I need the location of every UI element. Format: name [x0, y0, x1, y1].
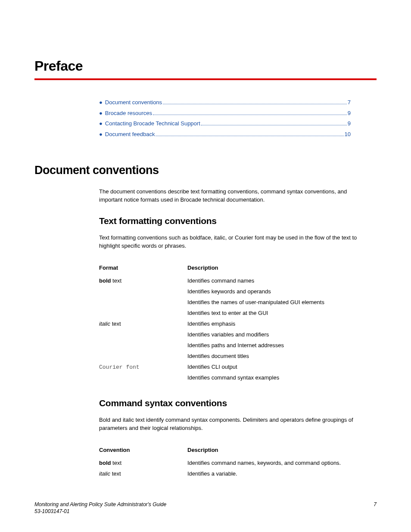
- description-line: Identifies command syntax examples: [187, 374, 368, 381]
- command-syntax-table: Convention Description bold textIdentifi…: [99, 445, 368, 479]
- doc-conventions-heading: Document conventions: [34, 164, 377, 177]
- table-row: italic textIdentifies emphasisIdentifies…: [99, 318, 368, 361]
- page-footer: Monitoring and Alerting Policy Suite Adm…: [34, 501, 377, 515]
- toc-leader: [153, 115, 347, 115]
- page-title: Preface: [34, 58, 377, 74]
- command-syntax-heading: Command syntax conventions: [99, 398, 368, 408]
- toc-leader: [156, 136, 343, 136]
- table-header: Convention: [99, 445, 187, 457]
- toc-label: Contacting Brocade Technical Support: [105, 118, 200, 129]
- footer-doc-number: 53-1003147-01: [34, 508, 166, 515]
- description-cell: Identifies command namesIdentifies keywo…: [187, 275, 368, 318]
- doc-conventions-intro: The document conventions describe text f…: [99, 188, 368, 204]
- description-cell: Identifies CLI outputIdentifies command …: [187, 361, 368, 383]
- table-row: bold textIdentifies command namesIdentif…: [99, 275, 368, 318]
- convention-cell: italic text: [99, 468, 187, 479]
- toc-page: 10: [345, 129, 351, 140]
- toc-item[interactable]: ●Contacting Brocade Technical Support9: [99, 118, 351, 129]
- bullet-icon: ●: [99, 97, 103, 108]
- toc-leader: [201, 125, 347, 125]
- command-syntax-intro: Bold and italic text identify command sy…: [99, 416, 368, 432]
- description-cell: Identifies command names, keywords, and …: [187, 457, 368, 468]
- format-cell: italic text: [99, 318, 187, 361]
- toc-item[interactable]: ●Document conventions7: [99, 97, 351, 108]
- description-line: Identifies CLI output: [187, 364, 368, 370]
- footer-doc-title: Monitoring and Alerting Policy Suite Adm…: [34, 501, 166, 508]
- toc-page: 9: [348, 118, 351, 129]
- convention-cell: bold text: [99, 457, 187, 468]
- toc-leader: [163, 104, 347, 104]
- format-cell: bold text: [99, 275, 187, 318]
- text-formatting-table: Format Description bold textIdentifies c…: [99, 262, 368, 383]
- toc-page: 7: [348, 97, 351, 108]
- bullet-icon: ●: [99, 118, 103, 129]
- bullet-icon: ●: [99, 129, 103, 140]
- description-line: Identifies emphasis: [187, 320, 368, 327]
- table-header: Description: [187, 445, 368, 457]
- table-header: Format: [99, 262, 187, 275]
- description-line: Identifies the names of user-manipulated…: [187, 299, 368, 305]
- text-formatting-heading: Text formatting conventions: [99, 216, 368, 226]
- toc-label: Document feedback: [105, 129, 155, 140]
- title-rule: [34, 78, 377, 80]
- description-line: Identifies keywords and operands: [187, 288, 368, 295]
- toc-item[interactable]: ●Brocade resources9: [99, 108, 351, 119]
- description-line: Identifies paths and Internet addresses: [187, 342, 368, 348]
- table-row: Courier fontIdentifies CLI outputIdentif…: [99, 361, 368, 383]
- toc-label: Brocade resources: [105, 108, 152, 119]
- footer-left: Monitoring and Alerting Policy Suite Adm…: [34, 501, 166, 515]
- text-formatting-intro: Text formatting conventions such as bold…: [99, 234, 368, 250]
- toc-list: ●Document conventions7●Brocade resources…: [99, 97, 351, 140]
- toc-item[interactable]: ●Document feedback10: [99, 129, 351, 140]
- description-line: Identifies variables and modifiers: [187, 331, 368, 338]
- toc-label: Document conventions: [105, 97, 162, 108]
- description-line: Identifies text to enter at the GUI: [187, 310, 368, 316]
- bullet-icon: ●: [99, 108, 103, 119]
- description-line: Identifies document titles: [187, 353, 368, 359]
- table-row: italic textIdentifies a variable.: [99, 468, 368, 479]
- table-row: bold textIdentifies command names, keywo…: [99, 457, 368, 468]
- footer-page-number: 7: [374, 501, 377, 515]
- description-line: Identifies command names: [187, 277, 368, 284]
- description-cell: Identifies a variable.: [187, 468, 368, 479]
- description-cell: Identifies emphasisIdentifies variables …: [187, 318, 368, 361]
- format-cell: Courier font: [99, 361, 187, 383]
- toc-page: 9: [348, 108, 351, 119]
- table-header: Description: [187, 262, 368, 275]
